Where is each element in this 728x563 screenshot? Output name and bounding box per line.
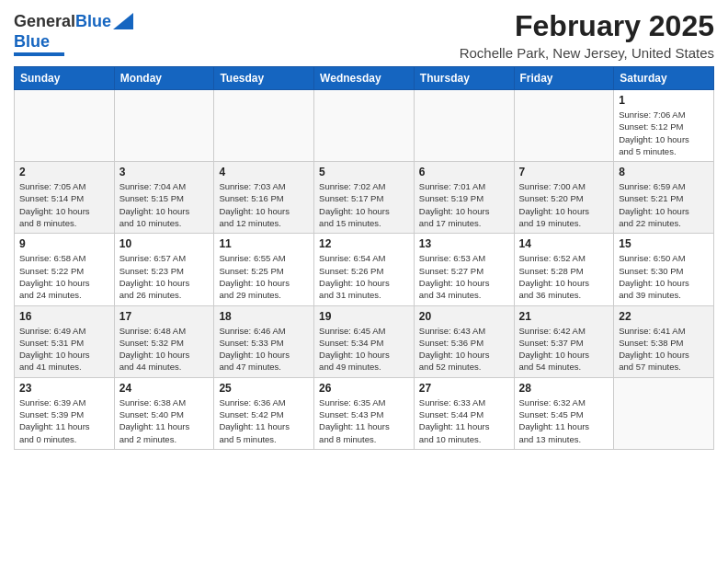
table-row: 17Sunrise: 6:48 AMSunset: 5:32 PMDayligh… xyxy=(114,305,214,377)
logo-blue: Blue xyxy=(75,12,111,30)
table-row: 27Sunrise: 6:33 AMSunset: 5:44 PMDayligh… xyxy=(414,377,514,449)
day-number: 17 xyxy=(119,310,210,323)
table-row: 3Sunrise: 7:04 AMSunset: 5:15 PMDaylight… xyxy=(114,162,214,234)
day-info: Sunrise: 7:06 AMSunset: 5:12 PMDaylight:… xyxy=(619,109,709,157)
table-row: 6Sunrise: 7:01 AMSunset: 5:19 PMDaylight… xyxy=(414,162,514,234)
day-number: 28 xyxy=(519,382,609,395)
day-info: Sunrise: 6:33 AMSunset: 5:44 PMDaylight:… xyxy=(419,396,509,445)
calendar-week-row: 2Sunrise: 7:05 AMSunset: 5:14 PMDaylight… xyxy=(15,162,714,234)
table-row: 2Sunrise: 7:05 AMSunset: 5:14 PMDaylight… xyxy=(15,162,115,234)
day-number: 4 xyxy=(219,166,309,178)
day-number: 20 xyxy=(419,310,509,323)
day-number: 19 xyxy=(319,310,409,323)
table-row xyxy=(514,90,614,162)
table-row: 22Sunrise: 6:41 AMSunset: 5:38 PMDayligh… xyxy=(614,305,714,377)
day-number: 16 xyxy=(19,310,109,323)
table-row: 7Sunrise: 7:00 AMSunset: 5:20 PMDaylight… xyxy=(514,162,614,234)
day-info: Sunrise: 6:54 AMSunset: 5:26 PMDaylight:… xyxy=(319,252,409,301)
day-number: 26 xyxy=(319,382,409,395)
day-info: Sunrise: 6:39 AMSunset: 5:39 PMDaylight:… xyxy=(19,396,109,445)
day-info: Sunrise: 7:03 AMSunset: 5:16 PMDaylight:… xyxy=(219,180,309,229)
day-info: Sunrise: 7:01 AMSunset: 5:19 PMDaylight:… xyxy=(419,180,509,229)
logo-blue-text: Blue xyxy=(14,32,50,52)
day-info: Sunrise: 6:35 AMSunset: 5:43 PMDaylight:… xyxy=(319,396,409,445)
day-info: Sunrise: 6:32 AMSunset: 5:45 PMDaylight:… xyxy=(519,396,609,445)
table-row: 1Sunrise: 7:06 AMSunset: 5:12 PMDaylight… xyxy=(614,90,714,162)
table-row: 8Sunrise: 6:59 AMSunset: 5:21 PMDaylight… xyxy=(614,162,714,234)
header-friday: Friday xyxy=(514,67,614,90)
day-number: 22 xyxy=(619,310,709,323)
table-row xyxy=(114,90,214,162)
day-info: Sunrise: 6:48 AMSunset: 5:32 PMDaylight:… xyxy=(119,325,210,373)
day-number: 15 xyxy=(619,237,709,250)
calendar-week-row: 9Sunrise: 6:58 AMSunset: 5:22 PMDaylight… xyxy=(15,234,714,305)
day-number: 3 xyxy=(119,166,210,178)
day-number: 1 xyxy=(619,94,709,107)
calendar-week-row: 16Sunrise: 6:49 AMSunset: 5:31 PMDayligh… xyxy=(15,305,714,377)
header-monday: Monday xyxy=(114,67,214,90)
day-number: 18 xyxy=(219,310,309,323)
table-row: 20Sunrise: 6:43 AMSunset: 5:36 PMDayligh… xyxy=(414,305,514,377)
day-number: 23 xyxy=(19,382,109,395)
title-area: February 2025 Rochelle Park, New Jersey,… xyxy=(460,9,714,61)
table-row: 9Sunrise: 6:58 AMSunset: 5:22 PMDaylight… xyxy=(15,234,115,305)
logo: GeneralBlue Blue xyxy=(14,13,133,56)
day-number: 25 xyxy=(219,382,309,395)
day-info: Sunrise: 6:58 AMSunset: 5:22 PMDaylight:… xyxy=(19,252,109,301)
logo-general: General xyxy=(14,12,75,30)
header-thursday: Thursday xyxy=(414,67,514,90)
day-info: Sunrise: 7:05 AMSunset: 5:14 PMDaylight:… xyxy=(19,180,109,229)
day-number: 27 xyxy=(419,382,509,395)
calendar-week-row: 23Sunrise: 6:39 AMSunset: 5:39 PMDayligh… xyxy=(15,377,714,449)
header-tuesday: Tuesday xyxy=(214,67,314,90)
day-info: Sunrise: 6:52 AMSunset: 5:28 PMDaylight:… xyxy=(519,252,609,301)
logo-arrow-icon xyxy=(113,13,133,29)
day-info: Sunrise: 6:55 AMSunset: 5:25 PMDaylight:… xyxy=(219,252,309,301)
logo-bar xyxy=(14,52,64,56)
calendar-week-row: 1Sunrise: 7:06 AMSunset: 5:12 PMDaylight… xyxy=(15,90,714,162)
calendar-table: Sunday Monday Tuesday Wednesday Thursday… xyxy=(14,66,714,450)
table-row: 15Sunrise: 6:50 AMSunset: 5:30 PMDayligh… xyxy=(614,234,714,305)
day-number: 2 xyxy=(19,166,109,178)
day-number: 11 xyxy=(219,237,309,250)
day-info: Sunrise: 6:45 AMSunset: 5:34 PMDaylight:… xyxy=(319,325,409,373)
table-row: 11Sunrise: 6:55 AMSunset: 5:25 PMDayligh… xyxy=(214,234,314,305)
header-sunday: Sunday xyxy=(15,67,115,90)
day-number: 21 xyxy=(519,310,609,323)
table-row xyxy=(314,90,415,162)
day-number: 5 xyxy=(319,166,409,178)
header: GeneralBlue Blue February 2025 Rochelle … xyxy=(14,9,714,61)
day-number: 8 xyxy=(619,166,709,178)
table-row: 16Sunrise: 6:49 AMSunset: 5:31 PMDayligh… xyxy=(15,305,115,377)
day-info: Sunrise: 6:36 AMSunset: 5:42 PMDaylight:… xyxy=(219,396,309,445)
logo-text: GeneralBlue xyxy=(14,13,111,31)
table-row xyxy=(414,90,514,162)
day-number: 9 xyxy=(19,237,109,250)
page-container: GeneralBlue Blue February 2025 Rochelle … xyxy=(0,0,728,457)
table-row: 21Sunrise: 6:42 AMSunset: 5:37 PMDayligh… xyxy=(514,305,614,377)
table-row: 23Sunrise: 6:39 AMSunset: 5:39 PMDayligh… xyxy=(15,377,115,449)
table-row: 13Sunrise: 6:53 AMSunset: 5:27 PMDayligh… xyxy=(414,234,514,305)
header-saturday: Saturday xyxy=(614,67,714,90)
table-row: 25Sunrise: 6:36 AMSunset: 5:42 PMDayligh… xyxy=(214,377,314,449)
main-title: February 2025 xyxy=(460,9,714,43)
table-row: 4Sunrise: 7:03 AMSunset: 5:16 PMDaylight… xyxy=(214,162,314,234)
calendar-header-row: Sunday Monday Tuesday Wednesday Thursday… xyxy=(15,67,714,90)
subtitle: Rochelle Park, New Jersey, United States xyxy=(460,45,714,61)
table-row: 18Sunrise: 6:46 AMSunset: 5:33 PMDayligh… xyxy=(214,305,314,377)
day-info: Sunrise: 6:53 AMSunset: 5:27 PMDaylight:… xyxy=(419,252,509,301)
day-info: Sunrise: 6:43 AMSunset: 5:36 PMDaylight:… xyxy=(419,325,509,373)
table-row: 19Sunrise: 6:45 AMSunset: 5:34 PMDayligh… xyxy=(314,305,415,377)
day-info: Sunrise: 6:46 AMSunset: 5:33 PMDaylight:… xyxy=(219,325,309,373)
day-number: 12 xyxy=(319,237,409,250)
table-row xyxy=(614,377,714,449)
header-wednesday: Wednesday xyxy=(314,67,415,90)
day-number: 13 xyxy=(419,237,509,250)
day-info: Sunrise: 7:00 AMSunset: 5:20 PMDaylight:… xyxy=(519,180,609,229)
table-row: 26Sunrise: 6:35 AMSunset: 5:43 PMDayligh… xyxy=(314,377,415,449)
day-info: Sunrise: 6:57 AMSunset: 5:23 PMDaylight:… xyxy=(119,252,210,301)
day-info: Sunrise: 7:04 AMSunset: 5:15 PMDaylight:… xyxy=(119,180,210,229)
day-number: 10 xyxy=(119,237,210,250)
day-info: Sunrise: 6:49 AMSunset: 5:31 PMDaylight:… xyxy=(19,325,109,373)
day-info: Sunrise: 6:42 AMSunset: 5:37 PMDaylight:… xyxy=(519,325,609,373)
